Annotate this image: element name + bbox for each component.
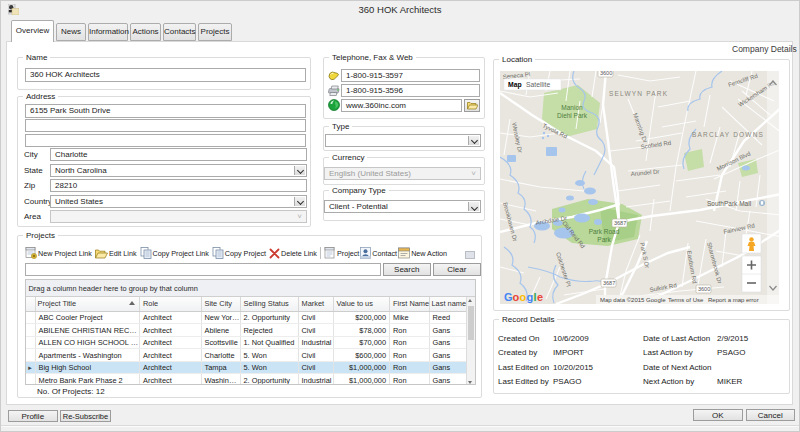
svg-text:3600: 3600 (698, 286, 710, 292)
svg-text:e: e (537, 291, 543, 303)
svg-text:SouthPark Mall: SouthPark Mall (707, 200, 752, 207)
svg-text:Report a map error: Report a map error (708, 297, 759, 303)
svg-text:3687: 3687 (614, 220, 626, 226)
svg-text:Diehl Park: Diehl Park (557, 112, 588, 119)
svg-text:SELWYN PARK: SELWYN PARK (609, 90, 668, 97)
svg-text:g: g (527, 291, 534, 303)
svg-text:Manion: Manion (561, 104, 583, 111)
svg-text:G: G (504, 291, 513, 303)
svg-text:Map: Map (508, 81, 522, 89)
svg-text:3600: 3600 (600, 71, 612, 76)
svg-text:Park Road: Park Road (589, 228, 620, 235)
svg-text:o: o (520, 291, 527, 303)
svg-text:Satellite: Satellite (526, 81, 550, 88)
svg-text:Terms of Use: Terms of Use (668, 297, 704, 303)
svg-text:BARCLAY DOWNS: BARCLAY DOWNS (692, 131, 764, 138)
svg-text:3687: 3687 (603, 280, 615, 286)
svg-text:Park: Park (597, 236, 611, 243)
svg-text:Map data ©2015 Google: Map data ©2015 Google (600, 297, 666, 303)
svg-text:o: o (513, 291, 520, 303)
